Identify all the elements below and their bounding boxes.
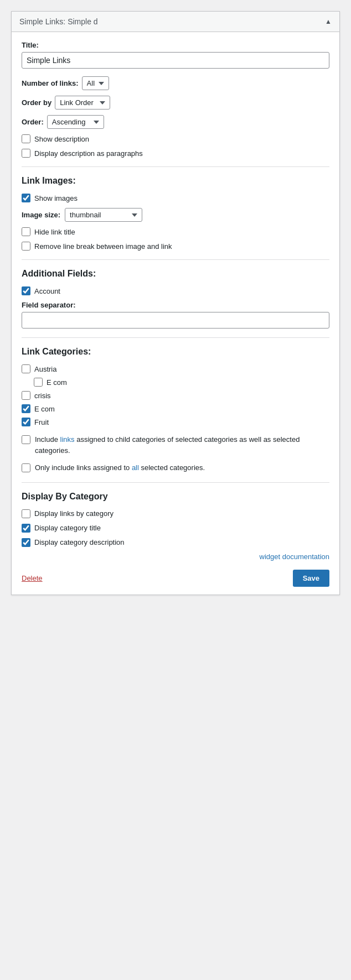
additional-fields-title: Additional Fields:	[22, 269, 329, 279]
show-images-row: Show images	[22, 194, 329, 202]
display-description-paragraphs-label: Display description as paragraphs	[34, 149, 143, 158]
display-links-by-category-checkbox[interactable]	[22, 509, 30, 518]
category-ecom-child: E com	[34, 378, 329, 387]
link-images-title: Link Images:	[22, 176, 329, 186]
category-ecom-checkbox[interactable]	[22, 404, 30, 413]
widget-footer: Delete Save	[12, 563, 339, 595]
widget-title-main: Simple Links:	[19, 17, 65, 26]
order-by-select[interactable]: Link Order Name URL Description Rating U…	[55, 96, 110, 110]
category-ecom: E com	[22, 404, 329, 413]
display-description-paragraphs-row: Display description as paragraphs	[22, 149, 329, 158]
include-child-categories-checkbox[interactable]	[22, 435, 30, 444]
category-ecom-label: E com	[34, 405, 55, 413]
delete-button[interactable]: Delete	[22, 574, 43, 582]
display-description-paragraphs-checkbox[interactable]	[22, 149, 30, 158]
save-button[interactable]: Save	[293, 570, 329, 587]
category-ecom-child-checkbox[interactable]	[34, 378, 43, 387]
display-links-by-category-label: Display links by category	[34, 509, 113, 518]
field-separator-label: Field separator:	[22, 301, 329, 309]
category-austria-checkbox[interactable]	[22, 364, 30, 373]
show-images-label: Show images	[34, 194, 78, 202]
category-fruit-label: Fruit	[34, 418, 49, 426]
display-category-description-label: Display category description	[34, 538, 125, 546]
order-row: Order: Ascending Descending	[22, 115, 329, 129]
category-crisis-checkbox[interactable]	[22, 391, 30, 400]
category-austria: Austria	[22, 364, 329, 373]
remove-line-break-row: Remove line break between image and link	[22, 242, 329, 251]
display-category-title-checkbox[interactable]	[22, 524, 30, 533]
hide-link-title-label: Hide link title	[34, 228, 75, 236]
order-select[interactable]: Ascending Descending	[47, 115, 104, 129]
field-separator-input[interactable]	[22, 312, 329, 329]
widget-title: Simple Links: Simple d	[19, 17, 98, 26]
only-all-categories-checkbox[interactable]	[22, 463, 30, 472]
number-of-links-select[interactable]: All 5 10 15 20 25	[82, 76, 109, 90]
category-crisis: crisis	[22, 391, 329, 400]
remove-line-break-label: Remove line break between image and link	[34, 242, 172, 251]
number-of-links-row: Number of links: All 5 10 15 20 25	[22, 76, 329, 90]
display-category-title-label: Display category title	[34, 524, 101, 532]
categories-list: Austria E com crisis E com Fruit	[22, 364, 329, 426]
category-fruit: Fruit	[22, 418, 329, 426]
widget-container: Simple Links: Simple d ▲ Title: Number o…	[11, 11, 340, 595]
order-label: Order:	[22, 118, 44, 126]
remove-line-break-checkbox[interactable]	[22, 242, 30, 251]
order-by-label: Order by	[22, 98, 51, 107]
category-austria-label: Austria	[34, 365, 56, 373]
category-fruit-checkbox[interactable]	[22, 418, 30, 426]
only-all-categories-label: Only include links assigned to all selec…	[35, 462, 205, 473]
show-description-label: Show description	[34, 135, 89, 143]
show-images-checkbox[interactable]	[22, 194, 30, 202]
order-by-row: Order by Link Order Name URL Description…	[22, 96, 329, 110]
image-size-label: Image size:	[22, 211, 60, 219]
only-all-categories-row: Only include links assigned to all selec…	[22, 462, 329, 473]
widget-body: Title: Number of links: All 5 10 15 20 2…	[12, 32, 339, 547]
image-size-row: Image size: thumbnail medium large full	[22, 208, 329, 222]
show-description-checkbox[interactable]	[22, 134, 30, 143]
account-checkbox[interactable]	[22, 286, 30, 295]
field-separator-row: Field separator:	[22, 301, 329, 329]
widget-header[interactable]: Simple Links: Simple d ▲	[12, 12, 339, 32]
divider-1	[22, 166, 329, 167]
display-category-title-row: Display category title	[22, 524, 329, 533]
account-row: Account	[22, 286, 329, 295]
title-row: Title:	[22, 41, 329, 69]
divider-2	[22, 259, 329, 260]
image-size-select[interactable]: thumbnail medium large full	[65, 208, 142, 222]
category-ecom-child-label: E com	[47, 378, 67, 387]
title-input[interactable]	[22, 52, 329, 69]
widget-documentation-link[interactable]: widget documentation	[12, 552, 339, 561]
include-child-categories-row: Include links assigned to child categori…	[22, 434, 329, 456]
hide-link-title-checkbox[interactable]	[22, 227, 30, 236]
link-categories-title: Link Categories:	[22, 347, 329, 357]
account-label: Account	[34, 287, 60, 295]
hide-link-title-row: Hide link title	[22, 227, 329, 236]
category-crisis-label: crisis	[34, 392, 51, 400]
divider-3	[22, 337, 329, 338]
collapse-icon[interactable]: ▲	[325, 18, 332, 25]
display-by-category-title: Display By Category	[22, 492, 329, 502]
title-label: Title:	[22, 41, 329, 49]
display-category-description-row: Display category description	[22, 538, 329, 547]
display-category-description-checkbox[interactable]	[22, 538, 30, 547]
display-links-by-category-row: Display links by category	[22, 509, 329, 518]
show-description-row: Show description	[22, 134, 329, 143]
include-child-categories-label: Include links assigned to child categori…	[35, 434, 329, 456]
number-of-links-label: Number of links:	[22, 79, 79, 87]
widget-title-sub: Simple d	[68, 17, 97, 26]
divider-4	[22, 482, 329, 483]
